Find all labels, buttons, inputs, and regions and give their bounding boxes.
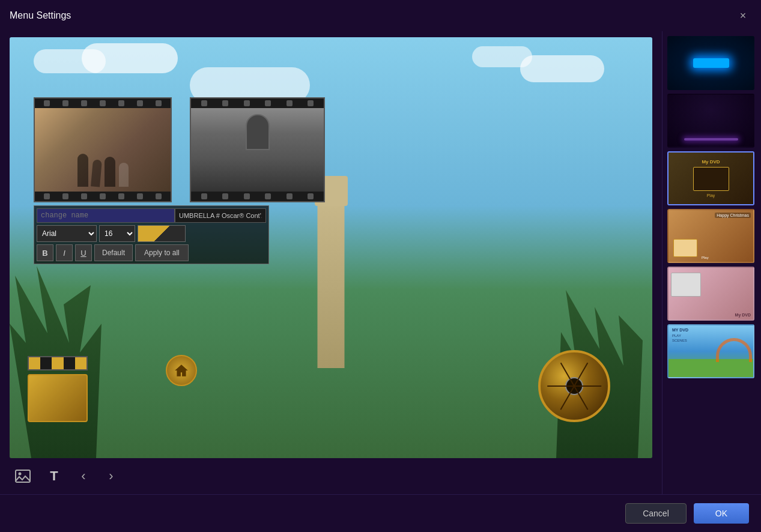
- film-hole: [44, 193, 50, 199]
- tower: [318, 200, 345, 368]
- thumb-content: My DVD Play: [669, 153, 753, 204]
- thumb-content: My DVD: [669, 268, 753, 319]
- home-button[interactable]: [166, 355, 197, 386]
- text-input-right[interactable]: [175, 208, 266, 223]
- thumb-sublabel: Play: [707, 193, 715, 198]
- photo-frame: [673, 239, 697, 257]
- film-hole: [100, 100, 106, 106]
- thumb-inner: [693, 167, 729, 191]
- size-select[interactable]: 12 14 16 18 20 24: [99, 225, 135, 242]
- person-silhouette: [77, 154, 88, 187]
- film-hole: [156, 193, 162, 199]
- film-hole: [308, 100, 314, 106]
- film-hole: [265, 100, 271, 106]
- style-row: B I U Default Apply to all: [37, 244, 266, 261]
- arch: [246, 114, 270, 150]
- prev-button[interactable]: ‹: [74, 467, 92, 485]
- text-input-row: [37, 208, 266, 223]
- film-strip-right: [190, 97, 325, 202]
- film-content-right: [191, 108, 324, 192]
- svg-point-1: [19, 473, 22, 476]
- film-hole: [62, 193, 68, 199]
- film-hole: [244, 193, 250, 199]
- left-content: Arial Times New Roman Verdana Courier 12…: [0, 31, 662, 494]
- clap-stripe: [64, 357, 75, 369]
- home-icon: [174, 363, 189, 378]
- next-button[interactable]: ›: [102, 467, 120, 485]
- film-holes-top-right: [191, 98, 324, 108]
- film-hole: [62, 100, 68, 106]
- clap-stripe: [52, 357, 63, 369]
- color-swatch[interactable]: [138, 225, 186, 242]
- film-hole: [156, 100, 162, 106]
- thumbnail-3[interactable]: My DVD Play: [667, 151, 754, 205]
- thumb-content: Happy Christmas Play: [669, 210, 753, 262]
- ok-button[interactable]: OK: [694, 503, 749, 524]
- cloud-3: [520, 55, 604, 82]
- reel-circle: [538, 350, 610, 422]
- photo-frame: [671, 273, 701, 297]
- film-hole: [222, 193, 228, 199]
- film-hole: [137, 100, 143, 106]
- underline-button[interactable]: U: [75, 244, 92, 261]
- thumbnail-1[interactable]: [667, 36, 754, 90]
- text-tool-button[interactable]: T: [43, 465, 65, 487]
- canvas-preview: Arial Times New Roman Verdana Courier 12…: [10, 37, 652, 458]
- default-button[interactable]: Default: [94, 244, 133, 261]
- thumbnail-6[interactable]: MY DVD PLAY SCENES: [667, 324, 754, 378]
- text-editor-overlay: Arial Times New Roman Verdana Courier 12…: [34, 205, 269, 264]
- font-select[interactable]: Arial Times New Roman Verdana Courier: [37, 225, 97, 242]
- film-hole: [287, 193, 293, 199]
- play-label: Play: [702, 256, 709, 259]
- image-tool-button[interactable]: [12, 465, 34, 487]
- italic-button[interactable]: I: [56, 244, 73, 261]
- dvd-label: My DVD: [735, 313, 751, 317]
- glow-element: [693, 58, 729, 68]
- thumbnail-5[interactable]: My DVD: [667, 267, 754, 321]
- apply-all-button[interactable]: Apply to all: [135, 244, 189, 261]
- prev-icon: ‹: [81, 468, 85, 484]
- film-content-left: [35, 108, 171, 192]
- content-row: Arial Times New Roman Verdana Courier 12…: [0, 31, 761, 494]
- thumbnail-4[interactable]: Happy Christmas Play: [667, 209, 754, 263]
- film-hole: [100, 193, 106, 199]
- app-window: Menu Settings ×: [0, 0, 761, 532]
- holiday-label: Happy Christmas: [715, 213, 751, 218]
- film-hole: [244, 100, 250, 106]
- thumb-content: MY DVD PLAY SCENES: [669, 325, 753, 377]
- thumb-title: MY DVD: [672, 328, 688, 332]
- cloud-4: [472, 46, 532, 67]
- close-button[interactable]: ×: [735, 7, 751, 24]
- film-border-left: [34, 97, 172, 202]
- person-silhouette: [91, 159, 102, 187]
- preview-wrapper: Arial Times New Roman Verdana Courier 12…: [0, 31, 662, 458]
- clap-stripe: [75, 357, 86, 369]
- cancel-button[interactable]: Cancel: [625, 503, 687, 524]
- bottom-toolbar: T ‹ ›: [0, 458, 662, 494]
- film-hole: [44, 100, 50, 106]
- format-row: Arial Times New Roman Verdana Courier 12…: [37, 225, 266, 242]
- image-icon: [14, 468, 31, 485]
- bold-button[interactable]: B: [37, 244, 53, 261]
- text-icon: T: [50, 468, 58, 484]
- film-reel: [502, 344, 610, 422]
- text-input-left[interactable]: [37, 208, 175, 223]
- background-scene: Arial Times New Roman Verdana Courier 12…: [10, 37, 652, 458]
- svg-rect-0: [16, 470, 30, 482]
- cloud-2: [82, 43, 178, 73]
- film-holes-top-left: [35, 98, 171, 108]
- thumbnail-2[interactable]: [667, 94, 754, 148]
- title-bar: Menu Settings ×: [0, 0, 761, 31]
- next-icon: ›: [109, 468, 113, 484]
- person-silhouette: [105, 157, 115, 187]
- rainbow: [716, 338, 752, 362]
- film-strip-left: [34, 97, 172, 202]
- clap-body: [28, 374, 88, 422]
- glow-line: [684, 138, 738, 141]
- clapperboard: [28, 356, 100, 422]
- film-hole: [137, 193, 143, 199]
- thumb-play: PLAY: [672, 334, 681, 337]
- clap-stripe: [29, 357, 40, 369]
- clap-top: [28, 356, 88, 370]
- person-silhouette: [119, 163, 129, 187]
